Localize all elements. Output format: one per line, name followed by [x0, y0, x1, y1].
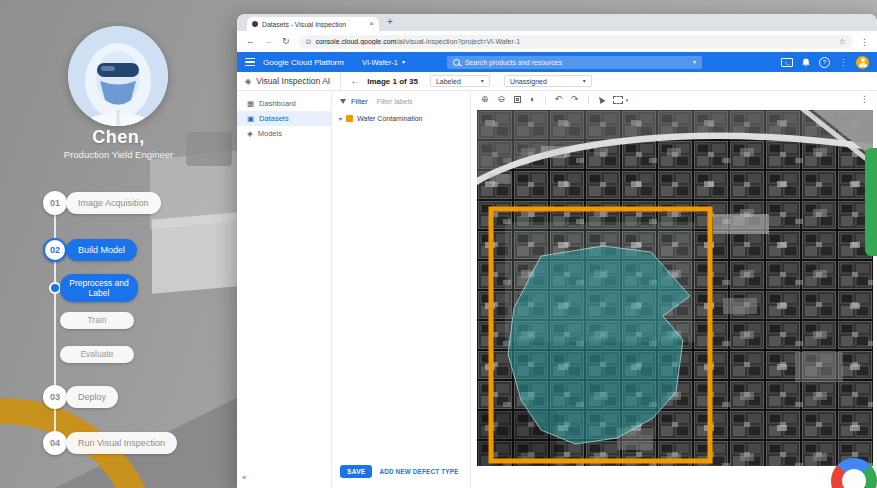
notifications-bell-icon[interactable]	[802, 58, 810, 67]
chevron-down-icon[interactable]: ▾	[626, 97, 629, 103]
bookmark-star-icon[interactable]: ☆	[839, 37, 846, 46]
site-info-icon[interactable]: ⊙	[306, 38, 312, 46]
filter-placeholder: Filter labels	[377, 98, 413, 105]
bounding-box-tool-icon[interactable]	[613, 96, 623, 104]
chevron-down-icon: ▾	[693, 59, 696, 65]
labels-panel-actions: SAVE ADD NEW DEFECT TYPE	[340, 465, 458, 478]
models-icon: ◈	[247, 130, 253, 138]
persona-name: Chen,	[0, 127, 237, 148]
project-selector[interactable]: VI-Wafer-1 ▾	[362, 58, 405, 67]
chevron-down-icon: ▾	[481, 78, 484, 84]
add-new-defect-type-button[interactable]: ADD NEW DEFECT TYPE	[379, 468, 458, 475]
tab-favicon-icon	[252, 21, 258, 27]
wafer-image-canvas[interactable]	[477, 110, 873, 466]
sidebar-item-datasets[interactable]: ▣ Datasets	[237, 111, 331, 126]
labels-panel: Filter Filter labels ▾ Wafer Contaminati…	[333, 91, 471, 488]
datasets-icon: ▣	[247, 115, 254, 123]
labeled-filter-select[interactable]: Labeled ▾	[430, 75, 490, 87]
avatar	[68, 26, 168, 126]
sidebar-item-models[interactable]: ◈ Models	[237, 126, 331, 141]
account-avatar[interactable]	[856, 56, 869, 69]
cloud-shell-icon[interactable]: ›_	[781, 58, 793, 67]
gcp-utility-icons: ›_ ? ⋮	[781, 56, 869, 69]
persona-role: Production Yield Engineer	[0, 149, 237, 160]
hamburger-menu-icon[interactable]	[245, 58, 255, 67]
browser-menu-icon[interactable]: ⋮	[860, 37, 869, 47]
divider	[588, 95, 589, 104]
dashboard-icon: ▦	[247, 100, 254, 108]
select-cursor-icon[interactable]	[596, 95, 605, 104]
divider	[545, 95, 546, 104]
url-domain: console.cloud.google.com	[315, 38, 396, 45]
substep-evaluate: Evaluate	[60, 346, 134, 363]
step-number-2: 02	[43, 238, 67, 262]
settings-dots-icon[interactable]: ⋮	[839, 58, 847, 67]
sidebar-item-dashboard[interactable]: ▦ Dashboard	[237, 96, 331, 111]
more-options-icon[interactable]: ⋮	[860, 95, 869, 104]
filter-label: Filter	[351, 97, 368, 106]
search-placeholder: Search products and resources	[465, 59, 562, 66]
browser-tab-strip: Datasets - Visual Inspection × +	[237, 14, 877, 31]
sidebar-item-label: Dashboard	[259, 99, 296, 108]
back-icon[interactable]: ←	[246, 37, 255, 46]
app-toolbar: ◈ Visual Inspection AI ← Image 1 of 35 L…	[237, 72, 877, 91]
sidebar-item-label: Datasets	[259, 114, 289, 123]
annotation-area: ⊕ ⊖ ◐ ↶ ↷ ▾ ⋮	[471, 91, 877, 488]
defect-type-row[interactable]: ▾ Wafer Contamination	[333, 110, 470, 127]
chevron-down-icon: ▾	[402, 59, 405, 65]
defect-color-chip	[346, 115, 353, 122]
url-path: /ai/visual-inspection?project=VI-Wafer-1	[396, 38, 520, 45]
video-frame: Chen, Production Yield Engineer 01 Image…	[0, 0, 877, 488]
step-number-1: 01	[43, 191, 67, 215]
zoom-out-icon[interactable]: ⊖	[498, 95, 506, 104]
gcp-search-input[interactable]: Search products and resources ▾	[447, 56, 702, 69]
project-name: VI-Wafer-1	[362, 58, 398, 67]
undo-icon[interactable]: ↶	[555, 95, 563, 104]
collapse-panel-icon[interactable]: «	[242, 473, 246, 482]
app-title: Visual Inspection AI	[256, 76, 330, 86]
image-counter: Image 1 of 35	[367, 77, 418, 86]
label-filter-input[interactable]: Filter Filter labels	[333, 91, 470, 110]
fit-to-screen-icon[interactable]	[514, 96, 521, 103]
divider	[340, 72, 341, 90]
back-to-list-icon[interactable]: ←	[350, 76, 360, 86]
step-build-model: Build Model	[66, 239, 137, 261]
redo-icon[interactable]: ↷	[571, 95, 579, 104]
sidebar-item-label: Models	[258, 129, 282, 138]
url-text: console.cloud.google.com/ai/visual-inspe…	[315, 38, 520, 45]
substep-preprocess-and-label: Preprocess and Label	[60, 274, 138, 302]
visual-inspection-product-icon: ◈	[245, 77, 251, 86]
labeled-filter-value: Labeled	[436, 78, 461, 85]
search-icon	[453, 59, 460, 66]
browser-tab[interactable]: Datasets - Visual Inspection ×	[247, 17, 379, 31]
annotation-toolbar: ⊕ ⊖ ◐ ↶ ↷ ▾ ⋮	[471, 91, 877, 108]
expand-caret-icon[interactable]: ▾	[339, 116, 342, 122]
assignment-filter-select[interactable]: Unassigned ▾	[504, 75, 592, 87]
lab-table-decor	[152, 212, 238, 294]
defect-type-name: Wafer Contamination	[357, 115, 423, 122]
wafer-image	[477, 110, 873, 466]
new-tab-button[interactable]: +	[387, 16, 393, 27]
step-run-visual-inspection: Run Visual Inspection	[66, 432, 177, 454]
step-image-acquisition: Image Acquisition	[66, 192, 161, 214]
filter-funnel-icon	[340, 99, 346, 104]
refresh-icon[interactable]: ↻	[282, 37, 290, 46]
help-icon[interactable]: ?	[819, 57, 830, 68]
assignment-filter-value: Unassigned	[510, 78, 547, 85]
tab-title: Datasets - Visual Inspection	[262, 21, 365, 28]
cleanroom-worker-illustration	[68, 26, 168, 126]
contrast-icon[interactable]: ◐	[530, 95, 535, 104]
save-button[interactable]: SAVE	[340, 465, 372, 478]
left-nav: ▦ Dashboard ▣ Datasets ◈ Models	[237, 91, 332, 488]
gcp-top-bar: Google Cloud Platform VI-Wafer-1 ▾ Searc…	[237, 52, 877, 72]
substep-train: Train	[60, 312, 134, 329]
step-deploy: Deploy	[66, 386, 118, 408]
url-omnibox[interactable]: ⊙ console.cloud.google.com/ai/visual-ins…	[299, 35, 853, 49]
tab-close-icon[interactable]: ×	[369, 20, 374, 28]
forward-icon[interactable]: →	[264, 37, 273, 46]
browser-window: Datasets - Visual Inspection × + ← → ↻ ⊙…	[237, 14, 877, 488]
app-body: ▦ Dashboard ▣ Datasets ◈ Models « Filter…	[237, 91, 877, 488]
zoom-in-icon[interactable]: ⊕	[481, 95, 489, 104]
step-number-3: 03	[43, 385, 67, 409]
browser-address-bar: ← → ↻ ⊙ console.cloud.google.com/ai/visu…	[237, 31, 877, 52]
